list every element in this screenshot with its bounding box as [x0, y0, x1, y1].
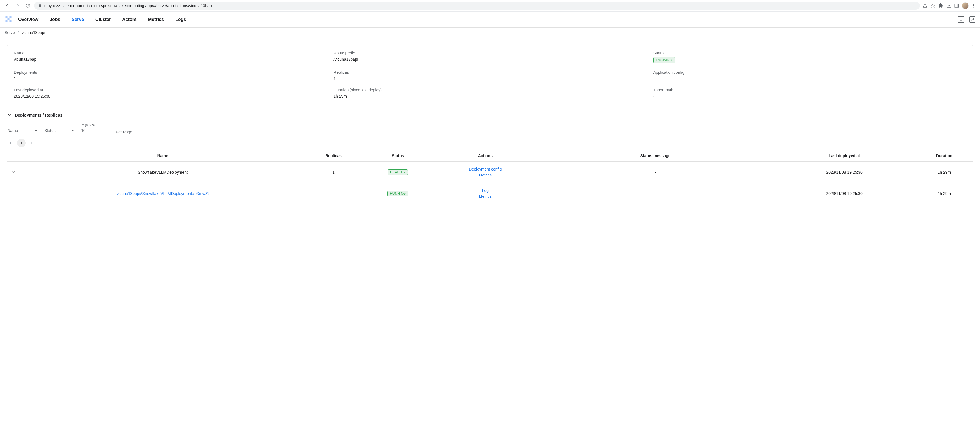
chevron-left-icon: [9, 141, 13, 145]
expand-spacer: [7, 183, 21, 204]
action-link-metrics[interactable]: Metrics: [436, 193, 535, 200]
cell-last-deployed: 2023/11/08 19:25:30: [773, 162, 915, 183]
svg-rect-0: [955, 4, 959, 7]
cell-replicas: -: [305, 183, 363, 204]
chevron-right-icon: [30, 141, 33, 145]
info-label: Last deployed at: [14, 88, 327, 92]
breadcrumb-current: vicuna13bapi: [22, 30, 45, 35]
forward-button[interactable]: [14, 2, 22, 10]
page-size-input[interactable]: [81, 127, 112, 134]
nav-link-metrics[interactable]: Metrics: [148, 17, 164, 22]
cell-status-message: -: [537, 162, 773, 183]
info-label: Duration (since last deploy): [334, 88, 646, 92]
col-expand: [7, 150, 21, 162]
info-label: Application config: [653, 70, 966, 75]
filter-status-label: Status: [44, 128, 56, 133]
action-link-log[interactable]: Log: [436, 188, 535, 193]
extensions-icon[interactable]: [938, 3, 944, 8]
app-navbar: OverviewJobsServeClusterActorsMetricsLog…: [0, 12, 980, 27]
browser-toolbar: dtoyoezz-sfsenorthamerica-fcto-spc.snowf…: [0, 0, 980, 12]
nav-link-cluster[interactable]: Cluster: [95, 17, 111, 22]
info-app-config: Application config -: [653, 70, 966, 81]
col-actions: Actions: [433, 150, 537, 162]
nav-link-serve[interactable]: Serve: [72, 17, 84, 22]
replica-link[interactable]: vicuna13bapi#SnowflakeVLLMDeployment#pXm…: [116, 191, 209, 196]
next-page-button[interactable]: [27, 139, 36, 147]
action-link-deployment-config[interactable]: Deployment config: [436, 166, 535, 172]
cell-replicas: 1: [305, 162, 363, 183]
svg-line-11: [9, 18, 10, 19]
pagination: 1: [7, 139, 973, 147]
cell-name: SnowflakeVLLMDeployment: [21, 162, 305, 183]
panel-icon[interactable]: [954, 3, 959, 8]
deployments-table: Name Replicas Status Actions Status mess…: [7, 150, 973, 204]
svg-point-2: [974, 4, 974, 5]
info-value: -: [653, 76, 966, 81]
reload-button[interactable]: [24, 2, 32, 10]
nav-right: [958, 16, 975, 23]
status-filter[interactable]: Status ▼: [44, 127, 75, 134]
lock-icon: [38, 4, 42, 8]
filters-row: Name ▼ Status ▼ Page Size Per Page: [7, 123, 973, 134]
info-deployments: Deployments 1: [14, 70, 327, 81]
info-label: Deployments: [14, 70, 327, 75]
section-header[interactable]: Deployments / Replicas: [7, 112, 973, 117]
content-area: Name vicuna13bapi Route prefix /vicuna13…: [0, 38, 980, 211]
action-link-metrics[interactable]: Metrics: [436, 172, 535, 178]
ray-logo-icon[interactable]: [5, 15, 13, 24]
url-text: dtoyoezz-sfsenorthamerica-fcto-spc.snowf…: [44, 3, 916, 8]
cell-duration: 1h 29m: [915, 183, 973, 204]
nav-link-overview[interactable]: Overview: [18, 17, 38, 22]
caret-down-icon: ▼: [72, 129, 74, 132]
address-bar[interactable]: dtoyoezz-sfsenorthamerica-fcto-spc.snowf…: [34, 2, 920, 10]
table-row: SnowflakeVLLMDeployment1HEALTHYDeploymen…: [7, 162, 973, 183]
info-value: -: [653, 94, 966, 99]
info-label: Name: [14, 51, 327, 55]
nav-link-jobs[interactable]: Jobs: [49, 17, 60, 22]
page-button-1[interactable]: 1: [17, 139, 25, 147]
section-title: Deployments / Replicas: [15, 113, 62, 117]
cell-name: vicuna13bapi#SnowflakeVLLMDeployment#pXm…: [21, 183, 305, 204]
svg-point-3: [974, 5, 974, 6]
cell-last-deployed: 2023/11/08 19:25:30: [773, 183, 915, 204]
info-import-path: Import path -: [653, 88, 966, 99]
prev-page-button[interactable]: [7, 139, 15, 147]
share-icon[interactable]: [922, 3, 928, 8]
info-value: 2023/11/08 19:25:30: [14, 94, 327, 99]
chevron-down-icon: [12, 170, 16, 174]
table-row: vicuna13bapi#SnowflakeVLLMDeployment#pXm…: [7, 183, 973, 204]
download-icon[interactable]: [946, 3, 951, 8]
name-filter[interactable]: Name ▼: [7, 127, 38, 134]
breadcrumb-root[interactable]: Serve: [5, 30, 15, 35]
status-badge: HEALTHY: [388, 169, 408, 175]
cell-actions: Deployment configMetrics: [433, 162, 537, 183]
svg-line-12: [7, 19, 8, 21]
kebab-menu-icon[interactable]: [971, 3, 977, 8]
info-duration: Duration (since last deploy) 1h 29m: [334, 88, 646, 99]
info-label: Route prefix: [334, 51, 646, 55]
per-page-label: Per Page: [116, 130, 132, 134]
nav-link-actors[interactable]: Actors: [122, 17, 137, 22]
cell-duration: 1h 29m: [915, 162, 973, 183]
filter-name-label: Name: [7, 128, 18, 133]
svg-point-4: [974, 7, 974, 8]
breadcrumb-separator: /: [18, 30, 19, 35]
star-icon[interactable]: [930, 3, 936, 8]
arrow-left-icon: [5, 3, 10, 8]
info-card: Name vicuna13bapi Route prefix /vicuna13…: [7, 45, 973, 104]
info-label: Replicas: [334, 70, 646, 75]
info-value: /vicuna13bapi: [334, 57, 646, 62]
profile-avatar[interactable]: [962, 2, 969, 9]
chevron-down-icon: [7, 112, 12, 117]
col-status-message: Status message: [537, 150, 773, 162]
info-label: Import path: [653, 88, 966, 92]
cell-status: HEALTHY: [363, 162, 433, 183]
arrow-right-icon: [15, 3, 20, 8]
info-value: 1: [14, 76, 327, 81]
expand-toggle[interactable]: [7, 162, 21, 183]
feedback-icon[interactable]: [969, 16, 975, 23]
docs-icon[interactable]: [958, 16, 964, 23]
nav-link-logs[interactable]: Logs: [175, 17, 186, 22]
back-button[interactable]: [3, 2, 11, 10]
svg-line-13: [9, 19, 10, 21]
